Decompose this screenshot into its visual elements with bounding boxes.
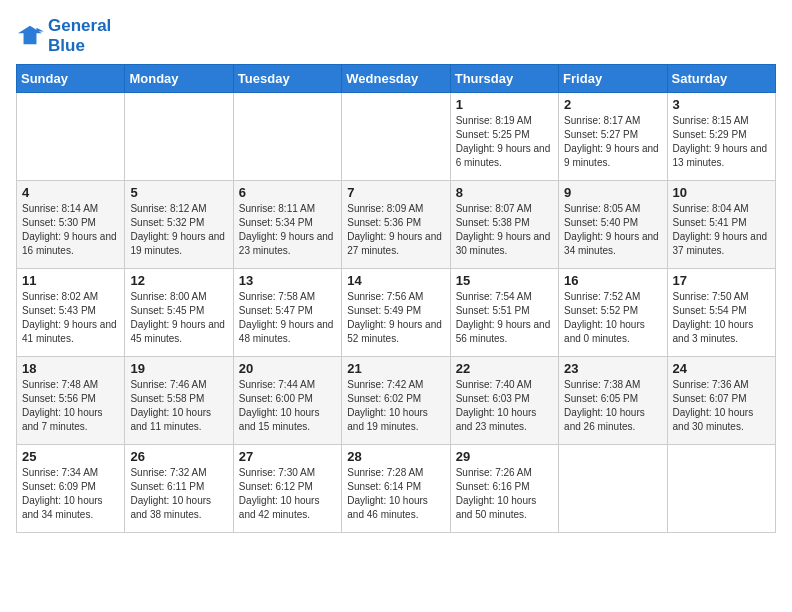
calendar-cell: 22Sunrise: 7:40 AM Sunset: 6:03 PM Dayli… bbox=[450, 357, 558, 445]
day-info: Sunrise: 8:12 AM Sunset: 5:32 PM Dayligh… bbox=[130, 202, 227, 258]
day-info: Sunrise: 7:32 AM Sunset: 6:11 PM Dayligh… bbox=[130, 466, 227, 522]
day-info: Sunrise: 7:40 AM Sunset: 6:03 PM Dayligh… bbox=[456, 378, 553, 434]
day-number: 6 bbox=[239, 185, 336, 200]
logo-text: General Blue bbox=[48, 16, 111, 56]
day-info: Sunrise: 8:11 AM Sunset: 5:34 PM Dayligh… bbox=[239, 202, 336, 258]
calendar-cell bbox=[233, 93, 341, 181]
day-number: 15 bbox=[456, 273, 553, 288]
calendar-cell: 2Sunrise: 8:17 AM Sunset: 5:27 PM Daylig… bbox=[559, 93, 667, 181]
day-info: Sunrise: 8:14 AM Sunset: 5:30 PM Dayligh… bbox=[22, 202, 119, 258]
day-number: 25 bbox=[22, 449, 119, 464]
calendar-cell: 29Sunrise: 7:26 AM Sunset: 6:16 PM Dayli… bbox=[450, 445, 558, 533]
calendar-cell bbox=[667, 445, 775, 533]
day-info: Sunrise: 8:05 AM Sunset: 5:40 PM Dayligh… bbox=[564, 202, 661, 258]
calendar-cell: 26Sunrise: 7:32 AM Sunset: 6:11 PM Dayli… bbox=[125, 445, 233, 533]
day-info: Sunrise: 7:54 AM Sunset: 5:51 PM Dayligh… bbox=[456, 290, 553, 346]
day-number: 4 bbox=[22, 185, 119, 200]
calendar-table: SundayMondayTuesdayWednesdayThursdayFrid… bbox=[16, 64, 776, 533]
calendar-cell: 7Sunrise: 8:09 AM Sunset: 5:36 PM Daylig… bbox=[342, 181, 450, 269]
day-info: Sunrise: 8:07 AM Sunset: 5:38 PM Dayligh… bbox=[456, 202, 553, 258]
calendar-cell: 13Sunrise: 7:58 AM Sunset: 5:47 PM Dayli… bbox=[233, 269, 341, 357]
day-number: 23 bbox=[564, 361, 661, 376]
day-info: Sunrise: 7:58 AM Sunset: 5:47 PM Dayligh… bbox=[239, 290, 336, 346]
day-info: Sunrise: 7:34 AM Sunset: 6:09 PM Dayligh… bbox=[22, 466, 119, 522]
calendar-cell: 10Sunrise: 8:04 AM Sunset: 5:41 PM Dayli… bbox=[667, 181, 775, 269]
day-info: Sunrise: 8:17 AM Sunset: 5:27 PM Dayligh… bbox=[564, 114, 661, 170]
day-number: 5 bbox=[130, 185, 227, 200]
calendar-cell: 23Sunrise: 7:38 AM Sunset: 6:05 PM Dayli… bbox=[559, 357, 667, 445]
calendar-cell: 18Sunrise: 7:48 AM Sunset: 5:56 PM Dayli… bbox=[17, 357, 125, 445]
day-info: Sunrise: 7:48 AM Sunset: 5:56 PM Dayligh… bbox=[22, 378, 119, 434]
calendar-cell: 21Sunrise: 7:42 AM Sunset: 6:02 PM Dayli… bbox=[342, 357, 450, 445]
calendar-cell: 12Sunrise: 8:00 AM Sunset: 5:45 PM Dayli… bbox=[125, 269, 233, 357]
calendar-cell bbox=[342, 93, 450, 181]
svg-marker-1 bbox=[36, 28, 43, 32]
calendar-cell: 5Sunrise: 8:12 AM Sunset: 5:32 PM Daylig… bbox=[125, 181, 233, 269]
day-number: 14 bbox=[347, 273, 444, 288]
header-saturday: Saturday bbox=[667, 65, 775, 93]
day-info: Sunrise: 7:30 AM Sunset: 6:12 PM Dayligh… bbox=[239, 466, 336, 522]
header-friday: Friday bbox=[559, 65, 667, 93]
day-info: Sunrise: 8:09 AM Sunset: 5:36 PM Dayligh… bbox=[347, 202, 444, 258]
day-info: Sunrise: 7:50 AM Sunset: 5:54 PM Dayligh… bbox=[673, 290, 770, 346]
header-tuesday: Tuesday bbox=[233, 65, 341, 93]
logo-bird-icon bbox=[16, 24, 44, 48]
calendar-cell: 27Sunrise: 7:30 AM Sunset: 6:12 PM Dayli… bbox=[233, 445, 341, 533]
day-number: 28 bbox=[347, 449, 444, 464]
calendar-cell: 24Sunrise: 7:36 AM Sunset: 6:07 PM Dayli… bbox=[667, 357, 775, 445]
day-number: 22 bbox=[456, 361, 553, 376]
day-number: 1 bbox=[456, 97, 553, 112]
calendar-cell: 25Sunrise: 7:34 AM Sunset: 6:09 PM Dayli… bbox=[17, 445, 125, 533]
day-info: Sunrise: 7:28 AM Sunset: 6:14 PM Dayligh… bbox=[347, 466, 444, 522]
day-info: Sunrise: 8:04 AM Sunset: 5:41 PM Dayligh… bbox=[673, 202, 770, 258]
day-info: Sunrise: 7:56 AM Sunset: 5:49 PM Dayligh… bbox=[347, 290, 444, 346]
day-number: 29 bbox=[456, 449, 553, 464]
calendar-cell: 8Sunrise: 8:07 AM Sunset: 5:38 PM Daylig… bbox=[450, 181, 558, 269]
calendar-cell bbox=[17, 93, 125, 181]
calendar-cell bbox=[125, 93, 233, 181]
day-number: 12 bbox=[130, 273, 227, 288]
day-number: 11 bbox=[22, 273, 119, 288]
day-number: 7 bbox=[347, 185, 444, 200]
logo: General Blue bbox=[16, 16, 111, 56]
calendar-cell bbox=[559, 445, 667, 533]
day-number: 9 bbox=[564, 185, 661, 200]
day-info: Sunrise: 7:26 AM Sunset: 6:16 PM Dayligh… bbox=[456, 466, 553, 522]
calendar-cell: 9Sunrise: 8:05 AM Sunset: 5:40 PM Daylig… bbox=[559, 181, 667, 269]
day-info: Sunrise: 7:36 AM Sunset: 6:07 PM Dayligh… bbox=[673, 378, 770, 434]
day-number: 26 bbox=[130, 449, 227, 464]
day-number: 27 bbox=[239, 449, 336, 464]
day-info: Sunrise: 7:52 AM Sunset: 5:52 PM Dayligh… bbox=[564, 290, 661, 346]
calendar-cell: 6Sunrise: 8:11 AM Sunset: 5:34 PM Daylig… bbox=[233, 181, 341, 269]
day-info: Sunrise: 8:19 AM Sunset: 5:25 PM Dayligh… bbox=[456, 114, 553, 170]
calendar-cell: 17Sunrise: 7:50 AM Sunset: 5:54 PM Dayli… bbox=[667, 269, 775, 357]
day-info: Sunrise: 8:00 AM Sunset: 5:45 PM Dayligh… bbox=[130, 290, 227, 346]
day-number: 2 bbox=[564, 97, 661, 112]
day-number: 24 bbox=[673, 361, 770, 376]
day-number: 3 bbox=[673, 97, 770, 112]
header-thursday: Thursday bbox=[450, 65, 558, 93]
day-number: 16 bbox=[564, 273, 661, 288]
page-header: General Blue bbox=[16, 16, 776, 56]
day-number: 13 bbox=[239, 273, 336, 288]
day-number: 10 bbox=[673, 185, 770, 200]
calendar-cell: 15Sunrise: 7:54 AM Sunset: 5:51 PM Dayli… bbox=[450, 269, 558, 357]
day-info: Sunrise: 7:38 AM Sunset: 6:05 PM Dayligh… bbox=[564, 378, 661, 434]
header-monday: Monday bbox=[125, 65, 233, 93]
calendar-cell: 28Sunrise: 7:28 AM Sunset: 6:14 PM Dayli… bbox=[342, 445, 450, 533]
svg-marker-0 bbox=[18, 26, 42, 44]
calendar-cell: 1Sunrise: 8:19 AM Sunset: 5:25 PM Daylig… bbox=[450, 93, 558, 181]
day-info: Sunrise: 8:15 AM Sunset: 5:29 PM Dayligh… bbox=[673, 114, 770, 170]
header-sunday: Sunday bbox=[17, 65, 125, 93]
day-number: 19 bbox=[130, 361, 227, 376]
calendar-cell: 16Sunrise: 7:52 AM Sunset: 5:52 PM Dayli… bbox=[559, 269, 667, 357]
day-info: Sunrise: 7:42 AM Sunset: 6:02 PM Dayligh… bbox=[347, 378, 444, 434]
day-number: 17 bbox=[673, 273, 770, 288]
header-wednesday: Wednesday bbox=[342, 65, 450, 93]
day-number: 21 bbox=[347, 361, 444, 376]
day-number: 20 bbox=[239, 361, 336, 376]
day-info: Sunrise: 8:02 AM Sunset: 5:43 PM Dayligh… bbox=[22, 290, 119, 346]
calendar-cell: 11Sunrise: 8:02 AM Sunset: 5:43 PM Dayli… bbox=[17, 269, 125, 357]
calendar-cell: 3Sunrise: 8:15 AM Sunset: 5:29 PM Daylig… bbox=[667, 93, 775, 181]
calendar-cell: 14Sunrise: 7:56 AM Sunset: 5:49 PM Dayli… bbox=[342, 269, 450, 357]
